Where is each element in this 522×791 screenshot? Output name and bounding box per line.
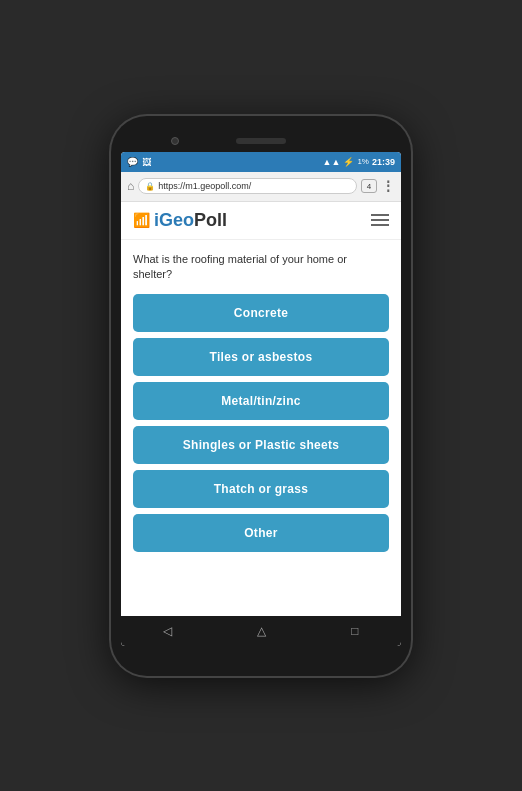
camera — [171, 137, 179, 145]
logo-poll: Poll — [194, 210, 227, 230]
url-text: https://m1.geopoll.com/ — [158, 181, 251, 191]
signal-icon: ▲▲ — [323, 157, 341, 167]
survey-question: What is the roofing material of your hom… — [133, 252, 389, 283]
option-thatch[interactable]: Thatch or grass — [133, 470, 389, 508]
back-button[interactable]: ◁ — [163, 624, 172, 638]
browser-menu-icon[interactable]: ⋮ — [381, 178, 395, 194]
phone-bottom — [121, 646, 401, 662]
recents-button[interactable]: □ — [351, 624, 358, 638]
option-concrete[interactable]: Concrete — [133, 294, 389, 332]
survey-area: What is the roofing material of your hom… — [121, 240, 401, 575]
option-shingles[interactable]: Shingles or Plastic sheets — [133, 426, 389, 464]
browser-bar: ⌂ 🔒 https://m1.geopoll.com/ 4 ⋮ — [121, 172, 401, 202]
geopoll-logo: 📶 iGeoPoll — [133, 210, 227, 231]
option-tiles[interactable]: Tiles or asbestos — [133, 338, 389, 376]
phone-screen: 💬 🖼 ▲▲ ⚡ 1% 21:39 ⌂ 🔒 https://m1.geopoll… — [121, 152, 401, 646]
phone-top — [121, 130, 401, 152]
hamburger-menu[interactable] — [371, 214, 389, 226]
browser-home-icon[interactable]: ⌂ — [127, 179, 134, 193]
logo-geo: iGeo — [154, 210, 194, 230]
hamburger-line-2 — [371, 219, 389, 221]
app-content: 📶 iGeoPoll What is the roofing material … — [121, 202, 401, 616]
geopoll-header: 📶 iGeoPoll — [121, 202, 401, 240]
status-left-icons: 💬 🖼 — [127, 157, 151, 167]
tab-button[interactable]: 4 — [361, 179, 377, 193]
hamburger-line-3 — [371, 224, 389, 226]
home-button[interactable]: △ — [257, 624, 266, 638]
whatsapp-icon: 💬 — [127, 157, 138, 167]
status-time: 21:39 — [372, 157, 395, 167]
url-bar[interactable]: 🔒 https://m1.geopoll.com/ — [138, 178, 357, 194]
status-bar: 💬 🖼 ▲▲ ⚡ 1% 21:39 — [121, 152, 401, 172]
lightning-icon: ⚡ — [343, 157, 354, 167]
option-other[interactable]: Other — [133, 514, 389, 552]
phone-device: 💬 🖼 ▲▲ ⚡ 1% 21:39 ⌂ 🔒 https://m1.geopoll… — [111, 116, 411, 676]
image-icon: 🖼 — [142, 157, 151, 167]
logo-text: iGeoPoll — [154, 210, 227, 231]
status-right-info: ▲▲ ⚡ 1% 21:39 — [323, 157, 395, 167]
lock-icon: 🔒 — [145, 182, 155, 191]
battery-indicator: 1% — [357, 157, 369, 166]
option-metal[interactable]: Metal/tin/zinc — [133, 382, 389, 420]
wifi-logo-icon: 📶 — [133, 212, 150, 228]
hamburger-line-1 — [371, 214, 389, 216]
bottom-navigation: ◁ △ □ — [121, 616, 401, 646]
speaker — [236, 138, 286, 144]
